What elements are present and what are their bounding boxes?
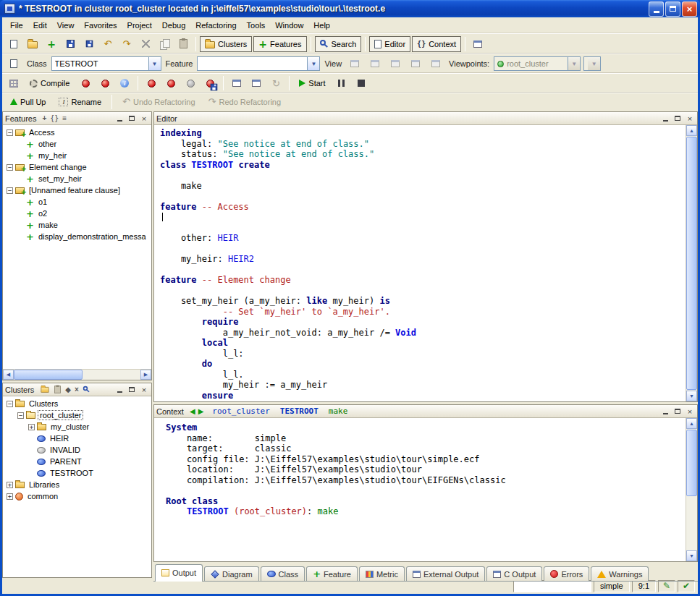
context-vscrollbar[interactable]: ▲ ▼ [686,418,697,561]
compile-ok-cell[interactable]: ✔ [678,580,695,592]
feature-clauses-icon[interactable]: + [42,114,46,123]
cut-icon[interactable] [137,36,154,52]
tree-label[interactable]: my_cluster [49,422,90,431]
save-all-icon[interactable] [80,36,98,52]
tree-label[interactable]: my_heir [37,151,68,160]
tree-item-other[interactable]: other [3,138,151,150]
tab-class[interactable]: Class [261,566,305,581]
editor-code-area[interactable]: indexing legal: "See notice at end of cl… [154,125,686,401]
editor-view-button[interactable]: Editor [369,36,410,52]
clusters-tree[interactable]: −Clusters−root_cluster+my_clusterHEIRINV… [3,396,151,577]
rename-button[interactable]: I Rename [54,94,106,110]
tree-label[interactable]: display_demonstration_messa [37,232,148,241]
toggle-signatures-icon[interactable]: {} [50,114,59,123]
menu-edit[interactable]: Edit [28,19,52,32]
tree-expander-icon[interactable]: + [7,482,13,488]
close-button[interactable]: × [682,1,697,17]
tree-label[interactable]: Access [28,128,56,137]
undo-icon[interactable]: ↶ [99,36,117,52]
pause-button[interactable] [333,75,350,91]
info-icon[interactable]: i [116,75,133,91]
editor-vscroll-thumb[interactable] [686,137,697,390]
raise-views-icon[interactable] [228,75,245,91]
menu-debug[interactable]: Debug [157,19,190,32]
tab-external-output[interactable]: External Output [406,566,485,581]
tree-item-clusters[interactable]: −Clusters [3,398,151,409]
redo-icon[interactable]: ↷ [118,36,135,52]
clusters-search-icon[interactable] [83,386,88,390]
tree-label[interactable]: common [26,492,59,501]
editor-panel-header[interactable]: Editor × [154,112,697,125]
scroll-left-icon[interactable]: ◀ [3,370,14,380]
context-scroll-down-icon[interactable]: ▼ [686,550,697,561]
context-minimize-button[interactable] [660,406,670,416]
menu-project[interactable]: Project [122,19,157,32]
context-vscroll-thumb[interactable] [686,430,697,496]
tree-label[interactable]: TESTROOT [49,469,95,477]
tree-expander-icon[interactable]: + [28,424,35,430]
pull-up-button[interactable]: Pull Up [5,94,51,110]
menu-refactoring[interactable]: Refactoring [190,19,241,32]
tree-label[interactable]: other [37,140,58,148]
quick-melt-icon[interactable] [143,75,160,91]
tree-item-my-cluster[interactable]: +my_cluster [3,421,151,433]
tab-diagram[interactable]: Diagram [204,566,259,581]
tree-item-access[interactable]: −Access [3,127,151,138]
tree-label[interactable]: set_my_heir [37,174,83,183]
tree-item-root-cluster[interactable]: −root_cluster [3,409,151,421]
tree-label[interactable]: Libraries [28,480,61,489]
features-view-button[interactable]: + Features [253,36,306,52]
tree-label[interactable]: root_cluster [38,411,83,420]
tree-item-set-my-heir[interactable]: set_my_heir [3,173,151,184]
tree-expander-icon[interactable]: + [7,493,13,500]
scroll-down-icon[interactable]: ▼ [686,391,697,401]
tree-item-o1[interactable]: o1 [3,196,151,208]
history-back-icon[interactable]: ◀ [190,407,195,416]
external-commands-icon[interactable] [469,36,486,52]
tab-output[interactable]: Output [155,564,203,581]
search-button[interactable]: Search [315,36,362,52]
tab-c-output[interactable]: C Output [486,566,542,581]
editor-vscrollbar[interactable]: ▲ ▼ [686,125,697,401]
clusters-minimize-button[interactable] [114,385,125,394]
diagram-tool-icon[interactable]: ◆ [65,386,71,394]
context-maximize-button[interactable] [672,406,683,416]
features-minimize-button[interactable] [114,114,125,123]
menu-window[interactable]: Window [270,19,308,32]
open-file-icon[interactable] [24,36,41,52]
features-panel-header[interactable]: Features + {} ≡ × [3,112,151,125]
copy-icon[interactable] [156,36,173,52]
menu-file[interactable]: File [5,19,28,32]
editor-close-button[interactable]: × [685,114,695,123]
tree-expander-icon[interactable]: − [7,401,13,407]
features-hscrollbar[interactable]: ◀ ▶ [3,369,151,380]
melt-icon[interactable] [77,75,94,91]
tab-feature[interactable]: +Feature [306,566,358,581]
context-close-button[interactable]: × [685,406,695,416]
history-forward-icon[interactable]: ▶ [198,407,204,416]
remove-class-icon[interactable]: × [75,386,79,394]
tree-expander-icon[interactable]: − [7,187,13,194]
clusters-close-button[interactable]: × [139,385,149,394]
tree-label[interactable]: INVALID [49,446,82,454]
delete-item-icon[interactable] [54,386,61,393]
discover-melt-icon[interactable] [162,75,180,91]
breadcrumb-cluster[interactable]: root_cluster [212,406,269,417]
features-maximize-button[interactable] [127,114,137,123]
stop-button[interactable] [353,75,370,91]
tree-label[interactable]: [Unnamed feature clause] [28,186,122,195]
add-cluster-icon[interactable] [41,387,49,393]
paste-icon[interactable] [174,36,192,52]
menu-favorites[interactable]: Favorites [79,19,122,32]
tree-item-o2[interactable]: o2 [3,208,151,219]
tree-expander-icon[interactable]: − [7,164,13,171]
menu-tools[interactable]: Tools [242,19,271,32]
tree-expander-icon[interactable]: − [17,412,24,419]
tree-label[interactable]: o1 [37,197,49,206]
tree-item-heir[interactable]: HEIR [3,433,151,444]
menu-help[interactable]: Help [308,19,335,32]
breadcrumb-feature[interactable]: make [329,406,348,417]
features-tree[interactable]: −Accessothermy_heir−Element changeset_my… [3,125,151,369]
context-panel-header[interactable]: Context ◀ ▶ root_clusterTESTROOTmake × [154,405,697,418]
tree-label[interactable]: Clusters [28,399,59,408]
